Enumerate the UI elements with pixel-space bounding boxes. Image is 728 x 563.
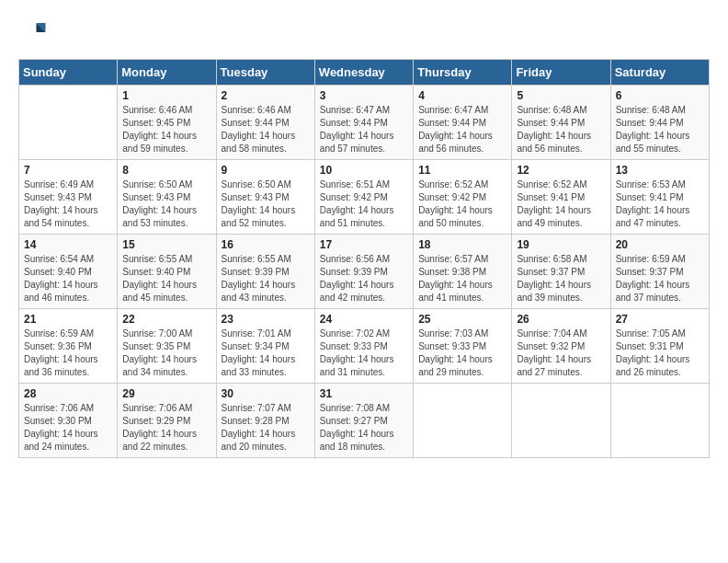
calendar-cell: 12Sunrise: 6:52 AM Sunset: 9:41 PM Dayli…	[512, 160, 610, 235]
cell-details: Sunrise: 6:50 AM Sunset: 9:43 PM Dayligh…	[222, 178, 310, 230]
cell-details: Sunrise: 7:06 AM Sunset: 9:30 PM Dayligh…	[24, 402, 112, 454]
day-number: 3	[320, 89, 408, 102]
calendar-cell: 3Sunrise: 6:47 AM Sunset: 9:44 PM Daylig…	[314, 86, 413, 160]
calendar-cell: 15Sunrise: 6:55 AM Sunset: 9:40 PM Dayli…	[118, 235, 216, 309]
week-row-3: 14Sunrise: 6:54 AM Sunset: 9:40 PM Dayli…	[19, 235, 710, 309]
header-thursday: Thursday	[414, 60, 512, 86]
day-number: 29	[122, 387, 210, 400]
cell-details: Sunrise: 6:47 AM Sunset: 9:44 PM Dayligh…	[418, 104, 506, 155]
cell-details: Sunrise: 7:08 AM Sunset: 9:27 PM Dayligh…	[320, 402, 408, 454]
calendar-cell: 22Sunrise: 7:00 AM Sunset: 9:35 PM Dayli…	[118, 309, 216, 384]
calendar-cell: 8Sunrise: 6:50 AM Sunset: 9:43 PM Daylig…	[118, 160, 216, 235]
day-number: 16	[222, 238, 310, 251]
calendar-cell: 30Sunrise: 7:07 AM Sunset: 9:28 PM Dayli…	[216, 384, 314, 458]
week-row-2: 7Sunrise: 6:49 AM Sunset: 9:43 PM Daylig…	[19, 160, 710, 235]
calendar-cell: 29Sunrise: 7:06 AM Sunset: 9:29 PM Dayli…	[118, 384, 216, 458]
day-number: 2	[222, 89, 310, 102]
calendar-cell: 6Sunrise: 6:48 AM Sunset: 9:44 PM Daylig…	[610, 86, 709, 160]
calendar-cell: 21Sunrise: 6:59 AM Sunset: 9:36 PM Dayli…	[19, 309, 118, 384]
day-number: 1	[122, 89, 210, 102]
cell-details: Sunrise: 6:52 AM Sunset: 9:41 PM Dayligh…	[517, 178, 605, 230]
day-number: 23	[222, 313, 310, 326]
cell-details: Sunrise: 6:48 AM Sunset: 9:44 PM Dayligh…	[517, 104, 605, 155]
cell-details: Sunrise: 6:58 AM Sunset: 9:37 PM Dayligh…	[517, 253, 605, 304]
cell-details: Sunrise: 6:59 AM Sunset: 9:37 PM Dayligh…	[616, 253, 704, 304]
calendar-cell: 17Sunrise: 6:56 AM Sunset: 9:39 PM Dayli…	[314, 235, 413, 309]
calendar-cell: 5Sunrise: 6:48 AM Sunset: 9:44 PM Daylig…	[512, 86, 610, 160]
day-number: 11	[418, 164, 506, 177]
cell-details: Sunrise: 6:55 AM Sunset: 9:39 PM Dayligh…	[222, 253, 310, 304]
header-saturday: Saturday	[610, 60, 709, 86]
cell-details: Sunrise: 7:05 AM Sunset: 9:31 PM Dayligh…	[616, 327, 704, 379]
day-number: 12	[517, 164, 605, 177]
cell-details: Sunrise: 7:04 AM Sunset: 9:32 PM Dayligh…	[517, 327, 605, 379]
header-tuesday: Tuesday	[216, 60, 314, 86]
calendar-cell: 23Sunrise: 7:01 AM Sunset: 9:34 PM Dayli…	[216, 309, 314, 384]
cell-details: Sunrise: 6:48 AM Sunset: 9:44 PM Dayligh…	[616, 104, 704, 155]
cell-details: Sunrise: 6:51 AM Sunset: 9:42 PM Dayligh…	[320, 178, 408, 230]
day-number: 15	[122, 238, 210, 251]
cell-details: Sunrise: 6:55 AM Sunset: 9:40 PM Dayligh…	[122, 253, 210, 304]
calendar-cell	[512, 384, 610, 458]
calendar-cell: 16Sunrise: 6:55 AM Sunset: 9:39 PM Dayli…	[216, 235, 314, 309]
calendar-cell: 28Sunrise: 7:06 AM Sunset: 9:30 PM Dayli…	[19, 384, 118, 458]
day-number: 24	[320, 313, 408, 326]
calendar-cell: 2Sunrise: 6:46 AM Sunset: 9:44 PM Daylig…	[216, 86, 314, 160]
cell-details: Sunrise: 7:00 AM Sunset: 9:35 PM Dayligh…	[122, 327, 210, 379]
cell-details: Sunrise: 6:59 AM Sunset: 9:36 PM Dayligh…	[24, 327, 112, 379]
calendar-cell: 9Sunrise: 6:50 AM Sunset: 9:43 PM Daylig…	[216, 160, 314, 235]
calendar-cell: 26Sunrise: 7:04 AM Sunset: 9:32 PM Dayli…	[512, 309, 610, 384]
calendar-cell: 31Sunrise: 7:08 AM Sunset: 9:27 PM Dayli…	[314, 384, 413, 458]
cell-details: Sunrise: 7:06 AM Sunset: 9:29 PM Dayligh…	[122, 402, 210, 454]
day-number: 26	[517, 313, 605, 326]
header-wednesday: Wednesday	[314, 60, 413, 86]
calendar-cell: 24Sunrise: 7:02 AM Sunset: 9:33 PM Dayli…	[314, 309, 413, 384]
day-number: 25	[418, 313, 506, 326]
calendar-cell: 10Sunrise: 6:51 AM Sunset: 9:42 PM Dayli…	[314, 160, 413, 235]
cell-details: Sunrise: 7:07 AM Sunset: 9:28 PM Dayligh…	[222, 402, 310, 454]
calendar-cell: 27Sunrise: 7:05 AM Sunset: 9:31 PM Dayli…	[610, 309, 709, 384]
calendar-cell: 11Sunrise: 6:52 AM Sunset: 9:42 PM Dayli…	[414, 160, 512, 235]
calendar-cell: 1Sunrise: 6:46 AM Sunset: 9:45 PM Daylig…	[118, 86, 216, 160]
cell-details: Sunrise: 6:49 AM Sunset: 9:43 PM Dayligh…	[24, 178, 112, 230]
cell-details: Sunrise: 6:57 AM Sunset: 9:38 PM Dayligh…	[418, 253, 506, 304]
cell-details: Sunrise: 6:54 AM Sunset: 9:40 PM Dayligh…	[24, 253, 112, 304]
calendar-cell: 20Sunrise: 6:59 AM Sunset: 9:37 PM Dayli…	[610, 235, 709, 309]
calendar-cell: 7Sunrise: 6:49 AM Sunset: 9:43 PM Daylig…	[19, 160, 118, 235]
cell-details: Sunrise: 6:56 AM Sunset: 9:39 PM Dayligh…	[320, 253, 408, 304]
calendar-cell: 18Sunrise: 6:57 AM Sunset: 9:38 PM Dayli…	[414, 235, 512, 309]
day-number: 5	[517, 89, 605, 102]
week-row-5: 28Sunrise: 7:06 AM Sunset: 9:30 PM Dayli…	[19, 384, 710, 458]
header-friday: Friday	[512, 60, 610, 86]
cell-details: Sunrise: 6:53 AM Sunset: 9:41 PM Dayligh…	[616, 178, 704, 230]
cell-details: Sunrise: 6:50 AM Sunset: 9:43 PM Dayligh…	[122, 178, 210, 230]
calendar-cell	[19, 86, 118, 160]
calendar-cell	[414, 384, 512, 458]
day-number: 18	[418, 238, 506, 251]
day-number: 10	[320, 164, 408, 177]
header-monday: Monday	[118, 60, 216, 86]
day-number: 19	[517, 238, 605, 251]
calendar-cell	[610, 384, 709, 458]
day-number: 21	[24, 313, 112, 326]
day-number: 30	[222, 387, 310, 400]
day-number: 14	[24, 238, 112, 251]
calendar-table: SundayMondayTuesdayWednesdayThursdayFrid…	[18, 59, 710, 458]
page-header	[18, 18, 710, 50]
calendar-cell: 13Sunrise: 6:53 AM Sunset: 9:41 PM Dayli…	[610, 160, 709, 235]
day-number: 22	[122, 313, 210, 326]
calendar-header-row: SundayMondayTuesdayWednesdayThursdayFrid…	[19, 60, 710, 86]
calendar-cell: 25Sunrise: 7:03 AM Sunset: 9:33 PM Dayli…	[414, 309, 512, 384]
day-number: 27	[616, 313, 704, 326]
day-number: 4	[418, 89, 506, 102]
cell-details: Sunrise: 6:46 AM Sunset: 9:45 PM Dayligh…	[122, 104, 210, 155]
header-sunday: Sunday	[19, 60, 118, 86]
cell-details: Sunrise: 6:52 AM Sunset: 9:42 PM Dayligh…	[418, 178, 506, 230]
day-number: 7	[24, 164, 112, 177]
day-number: 13	[616, 164, 704, 177]
calendar-cell: 19Sunrise: 6:58 AM Sunset: 9:37 PM Dayli…	[512, 235, 610, 309]
day-number: 6	[616, 89, 704, 102]
calendar-body: 1Sunrise: 6:46 AM Sunset: 9:45 PM Daylig…	[19, 86, 710, 458]
day-number: 31	[320, 387, 408, 400]
calendar-cell: 14Sunrise: 6:54 AM Sunset: 9:40 PM Dayli…	[19, 235, 118, 309]
